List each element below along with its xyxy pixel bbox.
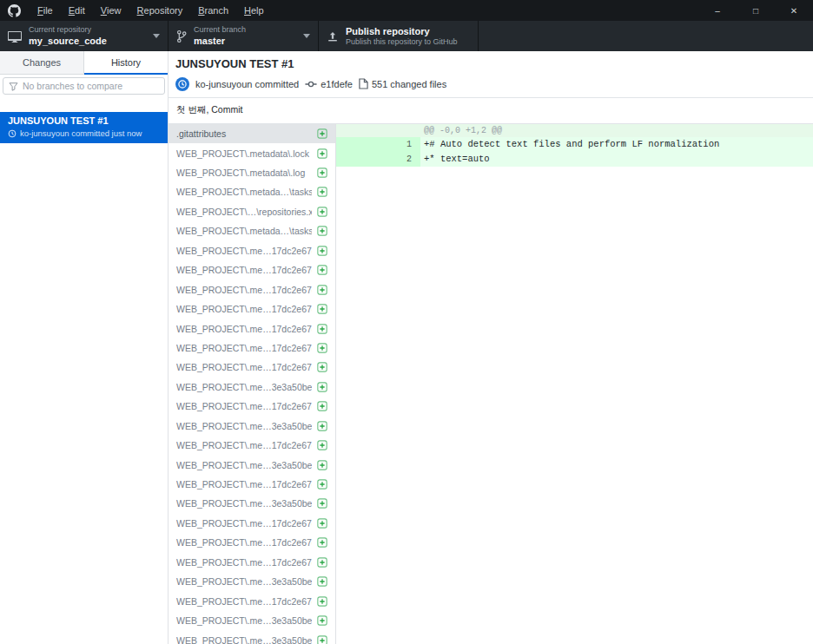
diff-pane: @@ -0,0 +1,2 @@ 1+# Auto detect text fil… <box>336 124 813 644</box>
toolbar: Current repository my_source_code Curren… <box>0 21 813 51</box>
diff-added-icon <box>317 265 327 275</box>
menu-edit[interactable]: Edit <box>61 0 93 21</box>
file-status-added <box>317 460 327 470</box>
file-row[interactable]: WEB_PROJECT\.metada…\tasks.xml.zip <box>169 221 335 240</box>
file-row[interactable]: WEB_PROJECT\.me…3e3a50be3606448 <box>169 378 335 397</box>
file-status-added <box>317 596 327 607</box>
file-row[interactable]: WEB_PROJECT\.me…3e3a50be3606448 <box>169 417 335 436</box>
file-row[interactable]: WEB_PROJECT\.me…17dc2e67c83c7df <box>169 533 335 552</box>
window-controls: – □ ✕ <box>698 0 813 21</box>
file-row[interactable]: WEB_PROJECT\.me…3e3a50be3606448 <box>169 611 335 630</box>
menu-help[interactable]: Help <box>236 0 272 21</box>
file-row[interactable]: WEB_PROJECT\.me…17dc2e67c83c7df <box>169 397 335 416</box>
file-row[interactable]: WEB_PROJECT\.metadata\.lock <box>169 143 335 162</box>
upload-icon <box>327 30 339 43</box>
tab-history[interactable]: History <box>84 51 168 74</box>
file-name: WEB_PROJECT\.me…17dc2e67c83c7df <box>176 265 312 275</box>
sidebar-tabs: Changes History <box>0 51 168 75</box>
file-row[interactable]: WEB_PROJECT\.me…17dc2e67c83c7df <box>169 338 335 358</box>
file-status-added <box>317 557 327 568</box>
file-name: WEB_PROJECT\.metadata\.log <box>176 168 312 178</box>
close-button[interactable]: ✕ <box>775 0 813 21</box>
file-row[interactable]: WEB_PROJECT\.me…17dc2e67c83c7df <box>169 436 335 455</box>
file-name: WEB_PROJECT\.me…3e3a50be3606448 <box>176 498 312 509</box>
file-row[interactable]: WEB_PROJECT\.me…3e3a50be3606448 <box>169 455 335 474</box>
diff-added-icon <box>317 615 327 626</box>
diff-added-icon <box>317 246 327 256</box>
diff-added-icon <box>317 576 327 587</box>
diff-added-icon <box>317 479 327 490</box>
file-row[interactable]: .gitattributes <box>169 124 335 143</box>
current-repository-button[interactable]: Current repository my_source_code <box>0 21 169 51</box>
changed-files-group: 551 changed files <box>359 78 446 89</box>
file-row[interactable]: WEB_PROJECT\.me…17dc2e67c83c7df <box>169 279 335 299</box>
diff-added-icon <box>317 460 327 470</box>
file-row[interactable]: WEB_PROJECT\.me…17dc2e67c83c7df <box>169 553 335 572</box>
diff-hunk-header: @@ -0,0 +1,2 @@ <box>336 124 813 137</box>
menu-branch[interactable]: Branch <box>190 0 236 21</box>
minimize-button[interactable]: – <box>698 0 737 21</box>
tab-changes[interactable]: Changes <box>0 51 84 74</box>
file-name: WEB_PROJECT\…\repositories.xml.zip <box>176 207 312 217</box>
file-name: WEB_PROJECT\.me…17dc2e67c83c7df <box>176 401 312 411</box>
diff-added-icon <box>317 401 327 411</box>
file-status-added <box>317 362 327 372</box>
file-name: WEB_PROJECT\.metada…\tasks.xml.zip <box>176 226 312 236</box>
commit-detail-header: JUNSUYOUN TEST #1 ko-junsuyoun committed <box>169 51 813 97</box>
diff-lines: 1+# Auto detect text files and perform L… <box>336 137 813 167</box>
menu-list: FileEditViewRepositoryBranchHelp <box>30 0 272 21</box>
file-row[interactable]: WEB_PROJECT\.metadata\.log <box>169 163 335 182</box>
branch-filter-wrap <box>0 75 168 97</box>
diff-added-icon <box>317 362 327 372</box>
menu-file[interactable]: File <box>30 0 61 21</box>
computer-icon <box>8 30 22 43</box>
commit-detail: JUNSUYOUN TEST #1 ko-junsuyoun committed <box>169 51 813 644</box>
file-name: .gitattributes <box>176 128 312 139</box>
menu-bar: FileEditViewRepositoryBranchHelp – □ ✕ <box>0 0 813 21</box>
file-row[interactable]: WEB_PROJECT\.me…3e3a50be3606448 <box>169 630 335 644</box>
file-name: WEB_PROJECT\.me…3e3a50be3606448 <box>176 421 312 431</box>
diff-line-text: +* text=auto <box>420 152 813 167</box>
file-row[interactable]: WEB_PROJECT\.me…17dc2e67c83c7df <box>169 475 335 494</box>
file-icon <box>359 78 368 89</box>
commit-sha-group: e1fdefe <box>305 78 353 90</box>
maximize-button[interactable]: □ <box>737 0 775 21</box>
file-row[interactable]: WEB_PROJECT\.me…17dc2e67c83c7df <box>169 319 335 338</box>
file-status-added <box>317 382 327 392</box>
publish-repository-button[interactable]: Publish repository Publish this reposito… <box>319 21 479 51</box>
diff-added-icon <box>317 498 327 509</box>
branch-compare-input[interactable] <box>23 81 159 91</box>
file-row[interactable]: WEB_PROJECT\.me…17dc2e67c83c7df <box>169 299 335 319</box>
commit-item-title: JUNSUYOUN TEST #1 <box>8 115 160 126</box>
file-row[interactable]: WEB_PROJECT\.me…17dc2e67c83c7df <box>169 358 335 377</box>
file-row[interactable]: WEB_PROJECT\.metada…\tasks.xml.zip <box>169 182 335 201</box>
file-name: WEB_PROJECT\.me…17dc2e67c83c7df <box>176 324 312 334</box>
file-name: WEB_PROJECT\.me…17dc2e67c83c7df <box>176 518 312 529</box>
file-row[interactable]: WEB_PROJECT\.me…3e3a50be3606448 <box>169 494 335 513</box>
file-row[interactable]: WEB_PROJECT\.me…17dc2e67c83c7df <box>169 260 335 279</box>
chevron-down-icon <box>303 34 310 38</box>
file-row[interactable]: WEB_PROJECT\.me…3e3a50be3606448 <box>169 572 335 591</box>
diff-added-icon <box>317 421 327 431</box>
diff-added-icon <box>317 596 327 607</box>
current-repository-text: Current repository my_source_code <box>29 25 146 48</box>
file-name: WEB_PROJECT\.me…17dc2e67c83c7df <box>176 246 312 256</box>
file-status-added <box>317 421 327 431</box>
file-row[interactable]: WEB_PROJECT\…\repositories.xml.zip <box>169 202 335 221</box>
diff-added-icon <box>317 304 327 314</box>
file-status-added <box>317 479 327 490</box>
file-row[interactable]: WEB_PROJECT\.me…17dc2e67c83c7df <box>169 591 335 610</box>
publish-repository-title: Publish repository <box>346 25 470 37</box>
current-branch-button[interactable]: Current branch master <box>169 21 319 51</box>
github-desktop-window: FileEditViewRepositoryBranchHelp – □ ✕ C… <box>0 0 813 644</box>
toolbar-spacer <box>479 21 813 51</box>
menu-view[interactable]: View <box>93 0 129 21</box>
clock-icon <box>8 129 17 138</box>
file-row[interactable]: WEB_PROJECT\.me…17dc2e67c83c7df <box>169 241 335 260</box>
file-status-added <box>317 168 327 178</box>
funnel-icon <box>9 82 18 91</box>
diff-added-icon <box>317 537 327 548</box>
file-row[interactable]: WEB_PROJECT\.me…17dc2e67c83c7df <box>169 514 335 533</box>
menu-repository[interactable]: Repository <box>129 0 191 21</box>
commit-list-item-selected[interactable]: JUNSUYOUN TEST #1 ko-junsuyoun committed… <box>0 112 168 143</box>
